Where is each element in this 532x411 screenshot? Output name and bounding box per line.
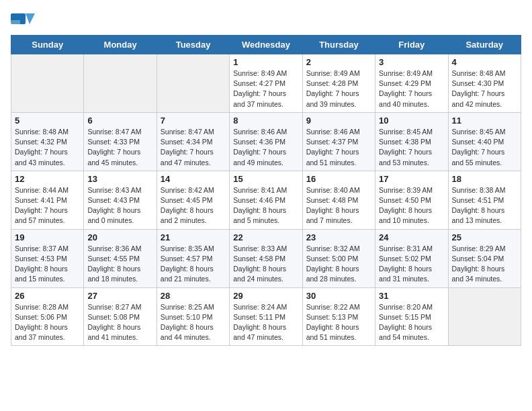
day-number: 8 [233, 116, 298, 126]
day-info: Sunrise: 8:37 AM Sunset: 4:53 PM Dayligh… [15, 244, 80, 285]
calendar-cell: 30Sunrise: 8:22 AM Sunset: 5:13 PM Dayli… [302, 287, 375, 346]
weekday-header-tuesday: Tuesday [157, 36, 229, 54]
calendar-cell: 28Sunrise: 8:25 AM Sunset: 5:10 PM Dayli… [157, 287, 229, 346]
calendar-cell: 6Sunrise: 8:47 AM Sunset: 4:33 PM Daylig… [84, 112, 157, 171]
day-number: 3 [379, 57, 444, 67]
day-number: 10 [379, 116, 444, 126]
day-info: Sunrise: 8:41 AM Sunset: 4:46 PM Dayligh… [233, 185, 298, 226]
calendar-cell: 4Sunrise: 8:48 AM Sunset: 4:30 PM Daylig… [448, 54, 521, 113]
day-number: 31 [379, 291, 444, 301]
weekday-header-thursday: Thursday [302, 36, 375, 54]
day-number: 27 [87, 291, 152, 301]
day-number: 4 [452, 57, 517, 67]
day-info: Sunrise: 8:32 AM Sunset: 5:00 PM Dayligh… [306, 244, 371, 285]
logo-icon [11, 11, 35, 30]
day-info: Sunrise: 8:49 AM Sunset: 4:29 PM Dayligh… [379, 68, 444, 109]
calendar-week-1: 1Sunrise: 8:49 AM Sunset: 4:27 PM Daylig… [11, 54, 521, 113]
day-info: Sunrise: 8:28 AM Sunset: 5:06 PM Dayligh… [15, 302, 80, 343]
day-number: 28 [161, 291, 226, 301]
calendar-cell: 27Sunrise: 8:27 AM Sunset: 5:08 PM Dayli… [84, 287, 157, 346]
day-info: Sunrise: 8:39 AM Sunset: 4:50 PM Dayligh… [379, 185, 444, 226]
day-number: 5 [15, 116, 80, 126]
day-number: 30 [306, 291, 371, 301]
day-info: Sunrise: 8:42 AM Sunset: 4:45 PM Dayligh… [161, 185, 226, 226]
day-info: Sunrise: 8:25 AM Sunset: 5:10 PM Dayligh… [161, 302, 226, 343]
calendar-week-3: 12Sunrise: 8:44 AM Sunset: 4:41 PM Dayli… [11, 171, 521, 229]
calendar-cell: 3Sunrise: 8:49 AM Sunset: 4:29 PM Daylig… [375, 54, 448, 113]
logo [11, 11, 38, 30]
weekday-header-saturday: Saturday [448, 36, 521, 54]
day-info: Sunrise: 8:45 AM Sunset: 4:38 PM Dayligh… [379, 127, 444, 168]
day-info: Sunrise: 8:35 AM Sunset: 4:57 PM Dayligh… [161, 244, 226, 285]
day-info: Sunrise: 8:47 AM Sunset: 4:33 PM Dayligh… [87, 127, 152, 168]
weekday-header-friday: Friday [375, 36, 448, 54]
calendar-cell: 7Sunrise: 8:47 AM Sunset: 4:34 PM Daylig… [157, 112, 229, 171]
day-info: Sunrise: 8:40 AM Sunset: 4:48 PM Dayligh… [306, 185, 371, 226]
day-info: Sunrise: 8:46 AM Sunset: 4:36 PM Dayligh… [233, 127, 298, 168]
calendar-cell: 9Sunrise: 8:46 AM Sunset: 4:37 PM Daylig… [302, 112, 375, 171]
day-number: 9 [306, 116, 371, 126]
day-number: 6 [87, 116, 152, 126]
day-number: 1 [233, 57, 298, 67]
calendar-week-2: 5Sunrise: 8:48 AM Sunset: 4:32 PM Daylig… [11, 112, 521, 171]
day-info: Sunrise: 8:38 AM Sunset: 4:51 PM Dayligh… [452, 185, 517, 226]
calendar-cell: 31Sunrise: 8:20 AM Sunset: 5:15 PM Dayli… [375, 287, 448, 346]
weekday-header-monday: Monday [84, 36, 157, 54]
calendar-cell: 29Sunrise: 8:24 AM Sunset: 5:11 PM Dayli… [230, 287, 302, 346]
day-number: 15 [233, 174, 298, 184]
calendar-cell: 13Sunrise: 8:43 AM Sunset: 4:43 PM Dayli… [84, 171, 157, 229]
calendar-week-5: 26Sunrise: 8:28 AM Sunset: 5:06 PM Dayli… [11, 287, 521, 346]
day-info: Sunrise: 8:36 AM Sunset: 4:55 PM Dayligh… [87, 244, 152, 285]
calendar-cell: 22Sunrise: 8:33 AM Sunset: 4:58 PM Dayli… [230, 229, 302, 287]
calendar-cell [84, 54, 157, 113]
day-info: Sunrise: 8:45 AM Sunset: 4:40 PM Dayligh… [452, 127, 517, 168]
calendar-week-4: 19Sunrise: 8:37 AM Sunset: 4:53 PM Dayli… [11, 229, 521, 287]
calendar-cell: 19Sunrise: 8:37 AM Sunset: 4:53 PM Dayli… [11, 229, 84, 287]
calendar-cell: 10Sunrise: 8:45 AM Sunset: 4:38 PM Dayli… [375, 112, 448, 171]
day-number: 14 [161, 174, 226, 184]
day-number: 16 [306, 174, 371, 184]
weekday-header-row: SundayMondayTuesdayWednesdayThursdayFrid… [11, 36, 521, 54]
calendar-cell: 2Sunrise: 8:49 AM Sunset: 4:28 PM Daylig… [302, 54, 375, 113]
calendar-cell: 8Sunrise: 8:46 AM Sunset: 4:36 PM Daylig… [230, 112, 302, 171]
day-info: Sunrise: 8:48 AM Sunset: 4:30 PM Dayligh… [452, 68, 517, 109]
day-info: Sunrise: 8:20 AM Sunset: 5:15 PM Dayligh… [379, 302, 444, 343]
svg-rect-2 [11, 20, 20, 24]
calendar-cell: 1Sunrise: 8:49 AM Sunset: 4:27 PM Daylig… [230, 54, 302, 113]
day-number: 17 [379, 174, 444, 184]
day-info: Sunrise: 8:31 AM Sunset: 5:02 PM Dayligh… [379, 244, 444, 285]
calendar-cell: 24Sunrise: 8:31 AM Sunset: 5:02 PM Dayli… [375, 229, 448, 287]
day-info: Sunrise: 8:49 AM Sunset: 4:28 PM Dayligh… [306, 68, 371, 109]
day-number: 26 [15, 291, 80, 301]
day-number: 24 [379, 232, 444, 242]
calendar-table: SundayMondayTuesdayWednesdayThursdayFrid… [11, 35, 521, 346]
day-number: 12 [15, 174, 80, 184]
day-number: 20 [87, 232, 152, 242]
day-info: Sunrise: 8:49 AM Sunset: 4:27 PM Dayligh… [233, 68, 298, 109]
calendar-cell: 5Sunrise: 8:48 AM Sunset: 4:32 PM Daylig… [11, 112, 84, 171]
day-number: 7 [161, 116, 226, 126]
calendar-cell: 17Sunrise: 8:39 AM Sunset: 4:50 PM Dayli… [375, 171, 448, 229]
day-number: 2 [306, 57, 371, 67]
calendar-cell: 18Sunrise: 8:38 AM Sunset: 4:51 PM Dayli… [448, 171, 521, 229]
calendar-cell: 16Sunrise: 8:40 AM Sunset: 4:48 PM Dayli… [302, 171, 375, 229]
day-number: 19 [15, 232, 80, 242]
calendar-cell: 26Sunrise: 8:28 AM Sunset: 5:06 PM Dayli… [11, 287, 84, 346]
day-info: Sunrise: 8:43 AM Sunset: 4:43 PM Dayligh… [87, 185, 152, 226]
day-number: 18 [452, 174, 517, 184]
day-info: Sunrise: 8:24 AM Sunset: 5:11 PM Dayligh… [233, 302, 298, 343]
day-number: 11 [452, 116, 517, 126]
day-info: Sunrise: 8:27 AM Sunset: 5:08 PM Dayligh… [87, 302, 152, 343]
page-header [11, 11, 521, 30]
calendar-cell: 11Sunrise: 8:45 AM Sunset: 4:40 PM Dayli… [448, 112, 521, 171]
calendar-cell: 25Sunrise: 8:29 AM Sunset: 5:04 PM Dayli… [448, 229, 521, 287]
day-number: 23 [306, 232, 371, 242]
calendar-cell: 15Sunrise: 8:41 AM Sunset: 4:46 PM Dayli… [230, 171, 302, 229]
calendar-cell [11, 54, 84, 113]
day-number: 21 [161, 232, 226, 242]
calendar-cell: 14Sunrise: 8:42 AM Sunset: 4:45 PM Dayli… [157, 171, 229, 229]
day-info: Sunrise: 8:29 AM Sunset: 5:04 PM Dayligh… [452, 244, 517, 285]
day-info: Sunrise: 8:33 AM Sunset: 4:58 PM Dayligh… [233, 244, 298, 285]
weekday-header-wednesday: Wednesday [230, 36, 302, 54]
day-number: 13 [87, 174, 152, 184]
